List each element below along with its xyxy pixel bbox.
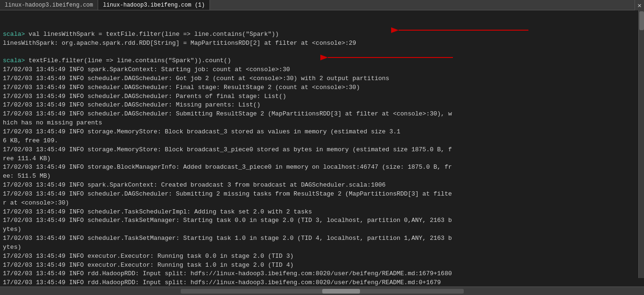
terminal-line-7: 17/02/03 13:45:49 INFO scheduler.DAGSche… [3,84,360,91]
terminal-line-21: 17/02/03 13:45:49 INFO rdd.HadoopRDD: In… [3,270,452,277]
terminal-line-2: linesWithSpark: org.apache.spark.rdd.RDD… [3,40,356,47]
terminal-line-18: 17/02/03 13:45:49 INFO scheduler.TaskSet… [3,235,452,251]
terminal-wrapper: scala> val linesWithSpark = textFile.fil… [0,10,644,287]
terminal-line-10: 17/02/03 13:45:49 INFO scheduler.DAGSche… [3,110,452,126]
terminal-line-14: 17/02/03 13:45:49 INFO spark.SparkContex… [3,181,385,188]
terminal-line-5: 17/02/03 13:45:49 INFO spark.SparkContex… [3,66,290,73]
terminal-line-20: 17/02/03 13:45:49 INFO executor.Executor… [3,262,293,269]
close-button[interactable]: ✕ [635,0,644,10]
tab-2-label: linux-hadoop3.ibeifeng.com (1) [103,2,205,8]
terminal[interactable]: scala> val linesWithSpark = textFile.fil… [0,10,644,287]
vertical-scrollbar-thumb[interactable] [639,11,644,30]
terminal-line-17: 17/02/03 13:45:49 INFO scheduler.TaskSet… [3,217,452,233]
terminal-line-8: 17/02/03 13:45:49 INFO scheduler.DAGSche… [3,93,286,100]
terminal-line-19: 17/02/03 13:45:49 INFO executor.Executor… [3,253,293,260]
vertical-scrollbar[interactable] [638,10,644,278]
bottom-bar [0,287,644,295]
terminal-line-15: 17/02/03 13:45:49 INFO scheduler.DAGSche… [3,190,452,206]
terminal-line-6: 17/02/03 13:45:49 INFO scheduler.DAGSche… [3,75,389,82]
tab-1-label: linux-hadoop3.ibeifeng.com [5,2,93,8]
terminal-line-4: scala> textFile.filter(line => line.cont… [3,57,231,64]
tab-1[interactable]: linux-hadoop3.ibeifeng.com [0,0,98,10]
terminal-line-22: 17/02/03 13:45:49 INFO rdd.HadoopRDD: In… [3,279,441,286]
terminal-line-16: 17/02/03 13:45:49 INFO scheduler.TaskSch… [3,208,312,215]
terminal-line-13: 17/02/03 13:45:49 INFO storage.BlockMana… [3,164,452,180]
tab-bar: linux-hadoop3.ibeifeng.com linux-hadoop3… [0,0,644,10]
terminal-line-12: 17/02/03 13:45:49 INFO storage.MemorySto… [3,146,452,162]
tab-2[interactable]: linux-hadoop3.ibeifeng.com (1) [98,0,210,10]
terminal-line-9: 17/02/03 13:45:49 INFO scheduler.DAGSche… [3,101,260,108]
horizontal-scrollbar-track[interactable] [181,289,464,294]
terminal-line-11: 17/02/03 13:45:49 INFO storage.MemorySto… [3,128,401,144]
horizontal-scrollbar-thumb[interactable] [322,289,360,294]
terminal-line-1: scala> val linesWithSpark = textFile.fil… [3,31,279,38]
